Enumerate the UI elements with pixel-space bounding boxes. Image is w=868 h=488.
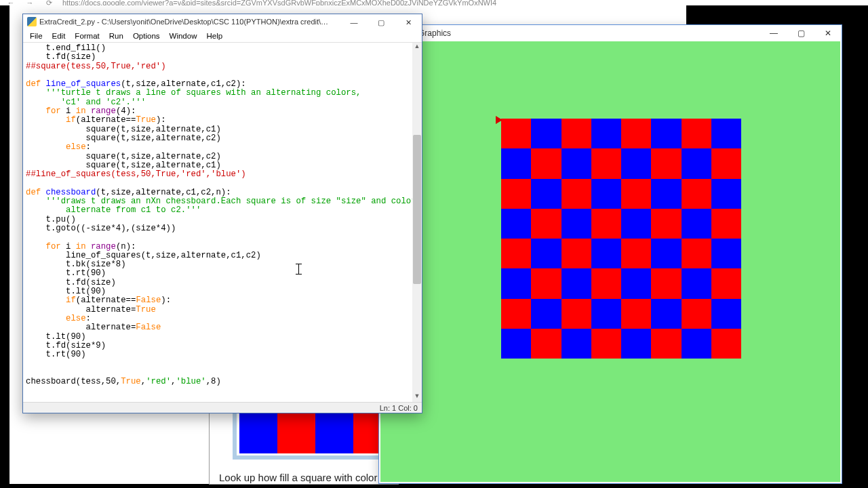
chess-square	[591, 179, 621, 209]
chess-square	[531, 179, 561, 209]
chess-square	[561, 179, 591, 209]
chess-square	[561, 268, 591, 298]
chess-square	[501, 239, 531, 268]
chess-square	[682, 299, 711, 329]
editor-scrollbar[interactable]: ▲ ▼	[412, 43, 422, 402]
chess-square	[682, 209, 711, 239]
browser-toolbar: ← → ⟳ https://docs.google.com/viewer?a=v…	[0, 0, 868, 5]
menu-format[interactable]: Format	[71, 30, 103, 41]
idle-menubar[interactable]: File Edit Format Run Options Window Help	[23, 29, 422, 43]
chess-square	[711, 239, 741, 268]
chess-square	[682, 239, 711, 268]
chess-square	[531, 148, 561, 178]
idle-titlebar[interactable]: ExtraCredit_2.py - C:\Users\yonit\OneDri…	[23, 14, 422, 29]
minimize-button[interactable]: —	[760, 25, 787, 41]
chess-square	[501, 329, 531, 359]
chess-square	[591, 329, 621, 359]
chess-square	[651, 268, 681, 298]
chess-square	[561, 119, 591, 148]
chess-square	[591, 299, 621, 329]
chess-square	[621, 268, 651, 298]
menu-run[interactable]: Run	[105, 30, 127, 41]
chess-square	[651, 329, 681, 359]
chess-square	[501, 268, 531, 298]
pdf-preview: Look up how fill a square with color usi…	[209, 410, 399, 485]
chess-square	[501, 299, 531, 329]
turtle-titlebar[interactable]: on Turtle Graphics — ▢ ✕	[379, 25, 842, 41]
chess-square	[651, 209, 681, 239]
chess-square	[711, 268, 741, 298]
chess-square	[561, 239, 591, 268]
chess-square	[561, 299, 591, 329]
turtle-cursor-icon	[496, 116, 502, 124]
chess-square	[682, 268, 711, 298]
python-icon	[27, 17, 37, 26]
menu-options[interactable]: Options	[129, 30, 164, 41]
chess-square	[682, 179, 711, 209]
pdf-figure-board	[239, 411, 391, 453]
close-button[interactable]: ✕	[814, 25, 842, 41]
maximize-button[interactable]: ▢	[368, 14, 395, 30]
turtle-canvas	[380, 41, 840, 482]
chess-square	[591, 209, 621, 239]
chess-square	[711, 299, 741, 329]
chessboard-output	[501, 119, 741, 359]
chess-square	[651, 239, 681, 268]
chess-square	[711, 179, 741, 209]
chess-square	[621, 239, 651, 268]
chess-square	[711, 329, 741, 359]
cursor-position: Ln: 1 Col: 0	[380, 404, 418, 412]
scroll-down-icon[interactable]: ▼	[412, 392, 422, 402]
chess-square	[561, 209, 591, 239]
pdf-text-line: Look up how fill a square with color usi…	[219, 472, 398, 483]
chess-square	[651, 299, 681, 329]
chess-square	[531, 268, 561, 298]
scroll-up-icon[interactable]: ▲	[412, 43, 422, 52]
chess-square	[531, 209, 561, 239]
chess-square	[621, 209, 651, 239]
chess-square	[591, 148, 621, 178]
chess-square	[591, 119, 621, 148]
chess-square	[711, 209, 741, 239]
chess-square	[621, 119, 651, 148]
chess-square	[501, 148, 531, 178]
chess-square	[591, 268, 621, 298]
menu-file[interactable]: File	[26, 30, 47, 41]
idle-statusbar: Ln: 1 Col: 0	[23, 402, 422, 413]
chess-square	[501, 209, 531, 239]
chess-square	[501, 179, 531, 209]
chess-square	[501, 119, 531, 148]
idle-editor-window: ExtraCredit_2.py - C:\Users\yonit\OneDri…	[22, 14, 422, 413]
chess-square	[682, 148, 711, 178]
menu-edit[interactable]: Edit	[48, 30, 70, 41]
code-editor[interactable]: t.end_fill() t.fd(size) ##square(tess,50…	[23, 43, 412, 402]
close-button[interactable]: ✕	[395, 14, 422, 30]
chess-square	[621, 329, 651, 359]
chess-square	[591, 239, 621, 268]
idle-title-text: ExtraCredit_2.py - C:\Users\yonit\OneDri…	[39, 18, 331, 26]
chess-square	[531, 329, 561, 359]
menu-window[interactable]: Window	[165, 30, 201, 41]
scroll-thumb[interactable]	[413, 135, 421, 284]
chess-square	[621, 299, 651, 329]
maximize-button[interactable]: ▢	[787, 25, 814, 41]
chess-square	[561, 148, 591, 178]
chess-square	[711, 119, 741, 148]
turtle-window: on Turtle Graphics — ▢ ✕	[378, 24, 842, 484]
menu-help[interactable]: Help	[202, 30, 226, 41]
chess-square	[531, 299, 561, 329]
chess-square	[682, 119, 711, 148]
chess-square	[682, 329, 711, 359]
chess-square	[621, 179, 651, 209]
chess-square	[651, 179, 681, 209]
chess-square	[561, 329, 591, 359]
chess-square	[651, 148, 681, 178]
minimize-button[interactable]: —	[340, 14, 368, 30]
chess-square	[711, 148, 741, 178]
chess-square	[621, 148, 651, 178]
chess-square	[531, 119, 561, 148]
chess-square	[651, 119, 681, 148]
chess-square	[531, 239, 561, 268]
text-caret-icon	[298, 264, 299, 274]
